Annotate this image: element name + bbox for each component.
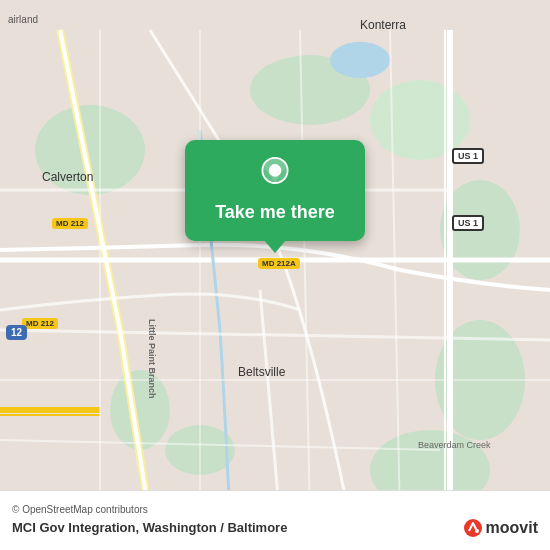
- badge-md212a: MD 212A: [258, 258, 300, 269]
- road-label-little-paint-branch: Little Paint Branch: [146, 316, 158, 402]
- badge-us1-top: US 1: [452, 148, 484, 164]
- svg-point-9: [330, 42, 390, 78]
- location-pin-icon: [257, 156, 293, 192]
- badge-md212-bottom: MD 212: [22, 318, 58, 329]
- bottom-bar: © OpenStreetMap contributors MCI Gov Int…: [0, 490, 550, 550]
- map-attribution: © OpenStreetMap contributors: [12, 504, 538, 515]
- map-container: Konterra Calverton Beltsville airland Be…: [0, 0, 550, 550]
- popup-card: Take me there: [185, 140, 365, 241]
- moovit-logo: moovit: [463, 518, 538, 538]
- location-name: MCI Gov Integration, Washington / Baltim…: [12, 520, 287, 535]
- svg-point-27: [475, 529, 479, 533]
- take-me-there-button[interactable]: Take me there: [215, 202, 335, 223]
- location-info: MCI Gov Integration, Washington / Baltim…: [12, 518, 538, 538]
- svg-point-26: [464, 519, 482, 537]
- badge-interstate-12: 12: [6, 325, 27, 340]
- badge-us1-bottom: US 1: [452, 215, 484, 231]
- badge-md212-left: MD 212: [52, 218, 88, 229]
- moovit-icon: [463, 518, 483, 538]
- moovit-text: moovit: [486, 519, 538, 537]
